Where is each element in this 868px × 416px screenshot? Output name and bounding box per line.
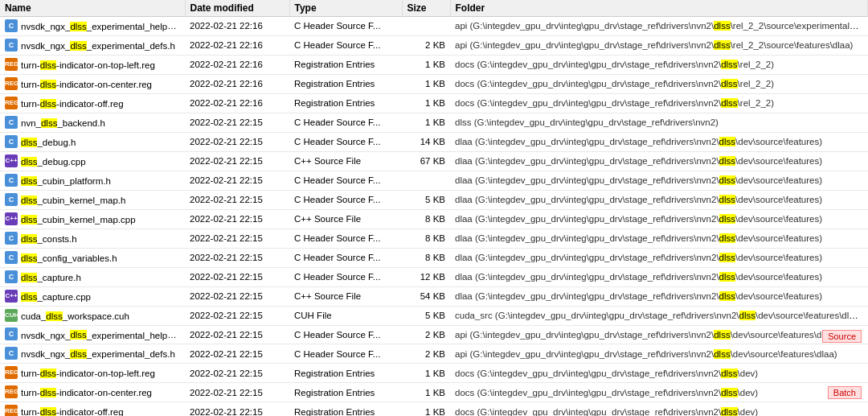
highlight-text: dlss — [46, 311, 62, 321]
highlight-text: dlss — [40, 407, 56, 416]
cell-type: C Header Source F... — [289, 325, 402, 344]
cell-type: C Header Source F... — [289, 267, 402, 286]
file-name: turn-dlss-indicator-on-center.reg — [21, 388, 152, 397]
folder-highlight: dlss — [719, 272, 735, 282]
highlight-text: dlss — [21, 215, 37, 224]
cell-name: Cdlss_cubin_kernel_map.h — [0, 190, 185, 209]
cell-date: 2022-02-21 22:15 — [185, 209, 289, 229]
table-row[interactable]: Cnvsdk_ngx_dlss_experimental_helpers.h 2… — [0, 325, 868, 344]
cell-folder: dlaa (G:\integdev_gpu_drv\integ\gpu_drv\… — [450, 286, 868, 306]
table-row[interactable]: C++dlss_debug.cpp 2022-02-21 22:15 C++ S… — [0, 151, 868, 171]
folder-highlight: dlss — [721, 60, 737, 69]
cell-date: 2022-02-21 22:15 — [185, 151, 289, 171]
cell-folder: docs (G:\integdev_gpu_drv\integ\gpu_drv\… — [450, 383, 868, 402]
table-row[interactable]: Cnvsdk_ngx_dlss_experimental_defs.h 2022… — [0, 344, 868, 364]
folder-highlight: dlss — [719, 214, 735, 224]
folder-highlight: dlss — [714, 21, 730, 31]
table-row[interactable]: Cnvsdk_ngx_dlss_experimental_defs.h 2022… — [0, 35, 868, 55]
cell-date: 2022-02-21 22:16 — [185, 55, 289, 74]
cell-name: Cnvsdk_ngx_dlss_experimental_defs.h — [0, 344, 185, 364]
cell-size — [402, 17, 450, 36]
file-type-icon: C — [5, 327, 18, 340]
file-name: turn-dlss-indicator-on-center.reg — [21, 80, 152, 89]
table-row[interactable]: Cnvn_dlss_backend.h 2022-02-21 22:15 C H… — [0, 113, 868, 132]
cell-size: 1 KB — [402, 74, 450, 93]
highlight-text: dlss — [21, 292, 37, 302]
cell-name: Cdlss_capture.h — [0, 267, 185, 286]
folder-path: dlaa (G:\integdev_gpu_drv\integ\gpu_drv\… — [455, 233, 822, 243]
cell-type: C Header Source F... — [289, 132, 402, 151]
highlight-text: dlss — [21, 196, 37, 205]
cell-type: C Header Source F... — [289, 190, 402, 209]
file-name: turn-dlss-indicator-on-top-left.reg — [21, 369, 155, 378]
folder-highlight: dlss — [719, 253, 735, 262]
table-row[interactable]: C++dlss_cubin_kernel_map.cpp 2022-02-21 … — [0, 209, 868, 229]
cell-type: Registration Entries — [289, 74, 402, 93]
col-header-type[interactable]: Type — [289, 0, 402, 17]
table-row[interactable]: C++dlss_capture.cpp 2022-02-21 22:15 C++… — [0, 286, 868, 306]
folder-highlight: dlss — [714, 330, 730, 340]
cell-size: 2 KB — [402, 344, 450, 364]
highlight-text: dlss — [40, 388, 56, 397]
cell-size: 8 KB — [402, 248, 450, 267]
cell-type: C++ Source File — [289, 151, 402, 171]
file-type-icon: C — [5, 116, 18, 129]
table-row[interactable]: REGturn-dlss-indicator-off.reg 2022-02-2… — [0, 402, 868, 416]
cell-type: C Header Source F... — [289, 344, 402, 364]
folder-path: dlaa (G:\integdev_gpu_drv\integ\gpu_drv\… — [455, 291, 822, 301]
table-row[interactable]: Cdlss_cubin_kernel_map.h 2022-02-21 22:1… — [0, 190, 868, 209]
cell-date: 2022-02-21 22:15 — [185, 132, 289, 151]
folder-path: docs (G:\integdev_gpu_drv\integ\gpu_drv\… — [455, 369, 758, 378]
highlight-text: dlss — [40, 369, 56, 378]
table-row[interactable]: REGturn-dlss-indicator-on-center.reg 202… — [0, 74, 868, 93]
cell-size: 1 KB — [402, 402, 450, 416]
cell-type: C++ Source File — [289, 286, 402, 306]
col-header-size[interactable]: Size — [402, 0, 450, 17]
cell-size — [402, 171, 450, 190]
folder-highlight: dlss — [719, 175, 735, 185]
file-name: dlss_config_variables.h — [21, 253, 117, 263]
table-row[interactable]: REGturn-dlss-indicator-on-center.reg 202… — [0, 383, 868, 402]
file-name: turn-dlss-indicator-off.reg — [21, 407, 124, 416]
col-header-folder[interactable]: Folder — [450, 0, 868, 17]
folder-highlight: dlss — [719, 156, 735, 166]
cell-date: 2022-02-21 22:16 — [185, 35, 289, 55]
table-row[interactable]: Cdlss_consts.h 2022-02-21 22:15 C Header… — [0, 229, 868, 248]
folder-path: api (G:\integdev_gpu_drv\integ\gpu_drv\s… — [455, 40, 853, 50]
cell-name: CUHcuda_dlss_workspace.cuh — [0, 306, 185, 325]
table-row[interactable]: CUHcuda_dlss_workspace.cuh 2022-02-21 22… — [0, 306, 868, 325]
table-row[interactable]: REGturn-dlss-indicator-off.reg 2022-02-2… — [0, 93, 868, 113]
cell-date: 2022-02-21 22:16 — [185, 17, 289, 36]
table-row[interactable]: REGturn-dlss-indicator-on-top-left.reg 2… — [0, 55, 868, 74]
cell-folder: dlaa (G:\integdev_gpu_drv\integ\gpu_drv\… — [450, 171, 868, 190]
cell-folder: docs (G:\integdev_gpu_drv\integ\gpu_drv\… — [450, 364, 868, 383]
folder-path: docs (G:\integdev_gpu_drv\integ\gpu_drv\… — [455, 79, 774, 89]
table-row[interactable]: Cdlss_config_variables.h 2022-02-21 22:1… — [0, 248, 868, 267]
table-row[interactable]: Cdlss_cubin_platform.h 2022-02-21 22:15 … — [0, 171, 868, 190]
col-header-date[interactable]: Date modified — [185, 0, 289, 17]
cell-folder: docs (G:\integdev_gpu_drv\integ\gpu_drv\… — [450, 93, 868, 113]
col-header-name[interactable]: Name — [0, 0, 185, 17]
file-type-icon: REG — [5, 77, 18, 90]
folder-path: dlaa (G:\integdev_gpu_drv\integ\gpu_drv\… — [455, 175, 822, 185]
cell-size: 8 KB — [402, 229, 450, 248]
file-type-icon: C — [5, 270, 18, 283]
cell-folder: dlaa (G:\integdev_gpu_drv\integ\gpu_drv\… — [450, 132, 868, 151]
table-row[interactable]: Cnvsdk_ngx_dlss_experimental_helpers.h 2… — [0, 17, 868, 36]
table-row[interactable]: Cdlss_debug.h 2022-02-21 22:15 C Header … — [0, 132, 868, 151]
cell-date: 2022-02-21 22:15 — [185, 286, 289, 306]
table-row[interactable]: Cdlss_capture.h 2022-02-21 22:15 C Heade… — [0, 267, 868, 286]
cell-folder: dlaa (G:\integdev_gpu_drv\integ\gpu_drv\… — [450, 248, 868, 267]
cell-date: 2022-02-21 22:15 — [185, 190, 289, 209]
folder-path: docs (G:\integdev_gpu_drv\integ\gpu_drv\… — [455, 60, 774, 69]
cell-size: 5 KB — [402, 190, 450, 209]
folder-path: dlss (G:\integdev_gpu_drv\integ\gpu_drv\… — [455, 117, 719, 127]
cell-date: 2022-02-21 22:15 — [185, 267, 289, 286]
table-row[interactable]: REGturn-dlss-indicator-on-top-left.reg 2… — [0, 364, 868, 383]
cell-name: Cnvn_dlss_backend.h — [0, 113, 185, 132]
cell-size: 14 KB — [402, 132, 450, 151]
cell-type: C Header Source F... — [289, 229, 402, 248]
folder-path: docs (G:\integdev_gpu_drv\integ\gpu_drv\… — [455, 407, 758, 416]
cell-folder: api (G:\integdev_gpu_drv\integ\gpu_drv\s… — [450, 344, 868, 364]
highlight-text: dlss — [70, 22, 86, 31]
